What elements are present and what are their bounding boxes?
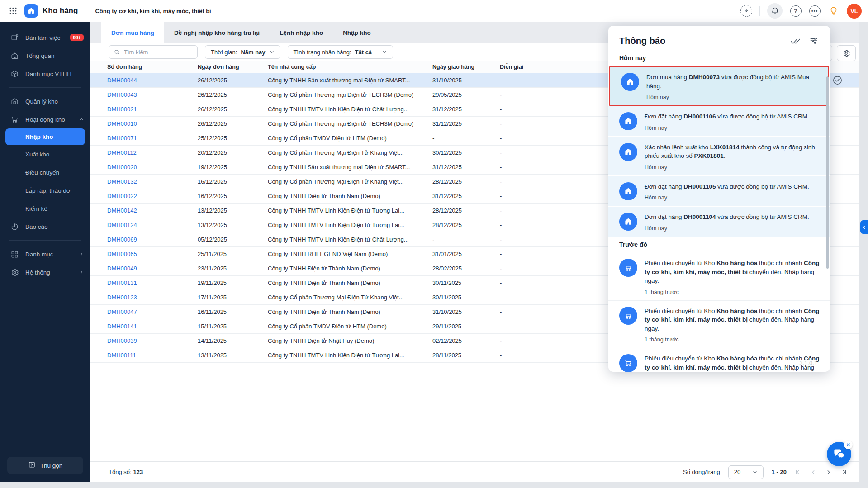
apps-grid-icon[interactable] — [7, 5, 19, 17]
table-cell: 30/11/2025 — [423, 280, 493, 286]
order-number-link[interactable]: DMH00021 — [90, 106, 191, 113]
table-cell: 13/12/2025 — [191, 207, 259, 214]
order-number-link[interactable]: DMH00044 — [90, 77, 191, 84]
order-number-link[interactable]: DMH00142 — [90, 207, 191, 214]
next-page-icon[interactable] — [825, 469, 832, 475]
sidebar-item-hoat-dong-kho[interactable]: Hoạt động kho — [0, 110, 90, 128]
order-number-link[interactable]: DMH00111 — [90, 352, 191, 359]
bottom-strip — [0, 482, 868, 488]
row-check-circle-icon[interactable] — [832, 75, 843, 88]
order-number-link[interactable]: DMH00123 — [90, 294, 191, 301]
box-icon — [10, 69, 19, 78]
order-number-link[interactable]: DMH00132 — [90, 178, 191, 185]
sidebar-item-xuat-kho[interactable]: Xuất kho — [0, 145, 90, 163]
user-avatar[interactable]: VL — [847, 4, 862, 19]
tab-lenh-nhap-kho[interactable]: Lệnh nhập kho — [270, 22, 333, 43]
sidebar-item-he-thong[interactable]: Hệ thống — [0, 263, 90, 281]
home-icon — [10, 51, 19, 60]
notification-item[interactable]: Phiếu điều chuyển từ Kho Kho hàng hóa th… — [608, 253, 830, 301]
warehouse-icon — [10, 97, 19, 106]
chat-support-button[interactable]: ✕ — [827, 442, 851, 466]
house-icon — [619, 213, 637, 231]
table-cell: Công ty TNHH Sản xuất thương mại Điện tử… — [259, 77, 423, 84]
time-filter-label: Thời gian: — [211, 49, 237, 56]
lightbulb-process-icon[interactable] — [828, 5, 840, 17]
notifications-bell-icon[interactable] — [767, 3, 783, 19]
order-number-link[interactable]: DMH00010 — [90, 120, 191, 127]
sidebar-item-lap-rap-thao-do[interactable]: Lắp ráp, tháo dỡ — [0, 181, 90, 199]
search-box[interactable] — [109, 45, 198, 59]
update-download-icon[interactable] — [740, 5, 752, 17]
sidebar-item-ban-lam-viec[interactable]: Bàn làm việc 99+ — [0, 28, 90, 47]
time-filter-value: Năm nay — [241, 49, 265, 56]
table-cell: Công ty Cổ phần Thương Mại Điện Tử Khang… — [259, 294, 423, 301]
order-number-link[interactable]: DMH00039 — [90, 337, 191, 344]
table-cell: 31/10/2025 — [423, 308, 493, 315]
first-page-icon[interactable] — [795, 469, 801, 475]
previous-page-icon[interactable] — [810, 469, 816, 475]
notification-settings-icon[interactable] — [809, 36, 818, 46]
order-number-link[interactable]: DMH00022 — [90, 193, 191, 199]
status-filter-label: Tình trạng nhận hàng: — [294, 49, 351, 56]
column-header[interactable]: Ngày giao hàng — [423, 63, 493, 71]
order-number-link[interactable]: DMH00071 — [90, 135, 191, 142]
rows-per-page-label: Số dòng/trang — [683, 469, 720, 475]
column-header[interactable]: Tên nhà cung cấp — [259, 63, 423, 71]
order-number-link[interactable]: DMH00069 — [90, 236, 191, 243]
column-header[interactable]: Số đơn hàng — [90, 63, 191, 71]
search-input[interactable] — [124, 49, 187, 56]
order-number-link[interactable]: DMH00131 — [90, 280, 191, 286]
time-filter-dropdown[interactable]: Thời gian: Năm nay — [205, 45, 280, 59]
sidebar-item-nhap-kho[interactable]: Nhập kho — [5, 128, 85, 145]
order-number-link[interactable]: DMH00043 — [90, 91, 191, 98]
tab-don-mua-hang[interactable]: Đơn mua hàng — [101, 22, 164, 43]
app-logo-icon[interactable] — [24, 4, 38, 18]
order-number-link[interactable]: DMH00141 — [90, 323, 191, 330]
sidebar-item-danh-muc[interactable]: Danh mục — [0, 245, 90, 263]
rows-per-page-dropdown[interactable]: 20 — [728, 465, 764, 479]
last-page-icon[interactable] — [841, 469, 847, 475]
mark-all-read-icon[interactable] — [790, 36, 800, 46]
order-number-link[interactable]: DMH00112 — [90, 149, 191, 156]
column-header[interactable]: Ngày đơn hàng — [191, 63, 259, 71]
table-settings-gear-icon[interactable] — [837, 45, 856, 61]
order-number-link[interactable]: DMH00020 — [90, 164, 191, 171]
chat-close-icon[interactable]: ✕ — [844, 441, 853, 449]
order-number-link[interactable]: DMH00049 — [90, 265, 191, 272]
more-options-icon[interactable]: ••• — [809, 5, 821, 17]
app-version: 3.1.0.1 — [799, 360, 817, 366]
tab-de-nghi-nhap-kho[interactable]: Đề nghị nhập kho hàng trả lại — [164, 22, 270, 43]
order-number-link[interactable]: DMH00065 — [90, 251, 191, 257]
table-cell: - — [493, 77, 561, 84]
notification-item[interactable]: Đơn đặt hàng DH0001105 vừa được đồng bộ … — [608, 176, 830, 207]
notification-item[interactable]: Xác nhận lệnh xuất kho LXK01814 thành cô… — [608, 137, 830, 176]
sidebar-item-danh-muc-vthh[interactable]: Danh mục VTHH — [0, 65, 90, 83]
expand-panel-handle[interactable] — [860, 220, 868, 234]
column-header[interactable]: Diễn giải — [493, 63, 561, 71]
notification-item[interactable]: Đơn đặt hàng DH0001106 vừa được đồng bộ … — [608, 106, 830, 137]
table-cell: - — [493, 337, 561, 344]
sidebar-item-quan-ly-kho[interactable]: Quản lý kho — [0, 92, 90, 110]
order-number-link[interactable]: DMH00047 — [90, 308, 191, 315]
table-cell: - — [493, 280, 561, 286]
sidebar-item-bao-cao[interactable]: Báo cáo — [0, 218, 90, 236]
help-icon[interactable]: ? — [790, 5, 802, 17]
chevron-down-icon — [752, 469, 758, 475]
notification-item[interactable]: Đơn mua hàng DMH00073 vừa được đồng bộ t… — [609, 66, 829, 106]
collapse-sidebar-button[interactable]: Thu gọn — [7, 457, 83, 474]
chevron-right-icon — [79, 251, 84, 257]
order-number-link[interactable]: DMH00124 — [90, 222, 191, 228]
notification-time: Hôm nay — [645, 194, 809, 201]
notification-time: Hôm nay — [646, 94, 819, 100]
sidebar-item-kiem-ke[interactable]: Kiểm kê — [0, 199, 90, 218]
notification-item[interactable]: Phiếu điều chuyển từ Kho Kho hàng hóa th… — [608, 301, 830, 349]
panel-scrollbar[interactable] — [826, 76, 829, 269]
table-cell: 30/11/2025 — [423, 294, 493, 301]
sidebar-item-dieu-chuyen[interactable]: Điều chuyển — [0, 163, 90, 181]
notification-item[interactable]: Phiếu điều chuyển từ Kho Kho hàng hóa th… — [608, 348, 830, 372]
table-cell: - — [493, 265, 561, 272]
tab-nhap-kho[interactable]: Nhập kho — [333, 22, 381, 43]
sidebar-item-tong-quan[interactable]: Tổng quan — [0, 47, 90, 65]
status-filter-dropdown[interactable]: Tình trạng nhận hàng: Tất cả — [288, 45, 394, 59]
notification-item[interactable]: Đơn đặt hàng DH0001104 vừa được đồng bộ … — [608, 207, 830, 237]
